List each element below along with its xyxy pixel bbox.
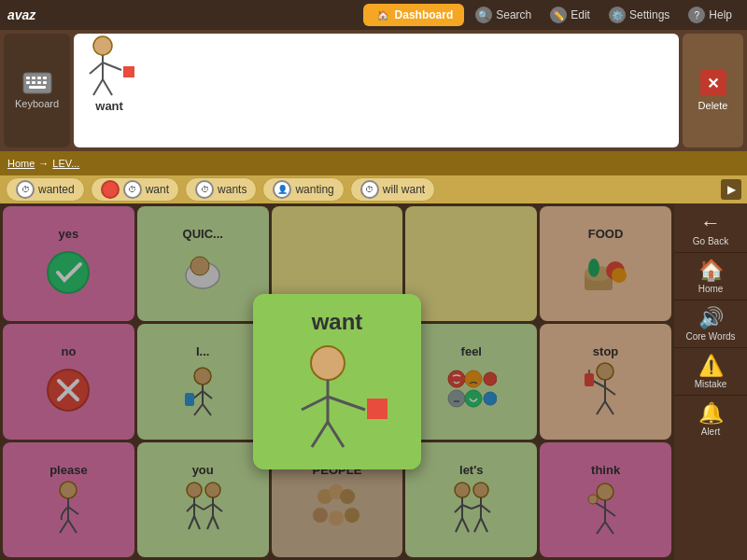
svg-rect-105 xyxy=(367,399,388,419)
keyboard-icon xyxy=(22,72,52,94)
output-word-want: want xyxy=(81,41,137,113)
svg-rect-16 xyxy=(123,66,134,77)
edit-label: Edit xyxy=(571,8,590,21)
conj-icon-want xyxy=(101,180,120,199)
svg-rect-3 xyxy=(37,77,41,79)
svg-rect-2 xyxy=(32,77,35,79)
settings-button[interactable]: ⚙️ Settings xyxy=(601,5,677,25)
right-sidebar: ← Go Back 🏠 Home 🔊 Core Words ⚠️ Mistake… xyxy=(674,203,747,560)
svg-rect-5 xyxy=(26,81,30,84)
alert-label: Alert xyxy=(701,427,721,437)
svg-line-13 xyxy=(103,63,121,70)
delete-button[interactable]: ✕ Delete xyxy=(683,34,743,147)
mistake-button[interactable]: ⚠️ Mistake xyxy=(674,350,747,396)
svg-line-12 xyxy=(90,63,103,74)
main-area: yes QUIC... FOOD xyxy=(0,203,747,560)
breadcrumb-home[interactable]: Home xyxy=(7,158,35,169)
svg-point-10 xyxy=(93,36,112,55)
breadcrumb-bar: Home → LEV... xyxy=(0,151,747,175)
conj-label-wanting: wanting xyxy=(295,183,333,196)
delete-x-icon: ✕ xyxy=(700,70,726,96)
conj-wanting[interactable]: 👤 wanting xyxy=(262,177,344,202)
topbar: avaz 🏠 Dashboard 🔍 Search ✏️ Edit ⚙️ Set… xyxy=(0,0,747,30)
svg-line-14 xyxy=(93,79,103,95)
svg-rect-9 xyxy=(29,86,46,89)
conj-icon-wanted: ⏱ xyxy=(16,180,35,199)
settings-icon: ⚙️ xyxy=(609,7,626,23)
search-button[interactable]: 🔍 Search xyxy=(468,5,539,25)
conj-label-wants: wants xyxy=(218,183,247,196)
home-icon: 🏠 xyxy=(698,260,724,281)
svg-line-15 xyxy=(103,79,112,95)
help-label: Help xyxy=(709,8,732,21)
conj-label-wanted: wanted xyxy=(38,183,75,196)
dashboard-icon: 🏠 xyxy=(374,7,391,23)
output-box: want xyxy=(74,34,679,147)
svg-rect-6 xyxy=(32,81,35,84)
conj-label-will-want: will want xyxy=(383,183,425,196)
help-icon: ? xyxy=(688,7,705,23)
search-icon: 🔍 xyxy=(475,7,492,23)
edit-icon: ✏️ xyxy=(550,7,567,23)
dashboard-label: Dashboard xyxy=(395,8,454,21)
nav-next-button[interactable]: ▶ xyxy=(721,179,741,200)
conj-label-want: want xyxy=(146,183,169,196)
output-area: Keyboard xyxy=(0,30,747,151)
conj-wants[interactable]: ⏱ wants xyxy=(185,177,257,202)
settings-label: Settings xyxy=(629,8,669,21)
svg-rect-4 xyxy=(43,77,47,79)
dashboard-button[interactable]: 🏠 Dashboard xyxy=(363,4,465,26)
svg-rect-8 xyxy=(43,81,47,84)
popup-overlay[interactable]: want xyxy=(0,203,674,560)
conj-icon-wanting: 👤 xyxy=(273,180,291,199)
svg-point-99 xyxy=(311,346,345,380)
svg-line-102 xyxy=(328,397,365,410)
go-back-icon: ← xyxy=(700,213,721,233)
alert-icon: 🔔 xyxy=(698,403,724,424)
keyboard-label: Keyboard xyxy=(15,98,59,109)
alert-button[interactable]: 🔔 Alert xyxy=(674,398,747,442)
edit-button[interactable]: ✏️ Edit xyxy=(543,5,598,25)
breadcrumb-level[interactable]: LEV... xyxy=(52,158,79,169)
home-button[interactable]: 🏠 Home xyxy=(674,255,747,301)
keyboard-button[interactable]: Keyboard xyxy=(4,34,70,147)
core-words-icon: 🔊 xyxy=(698,308,724,329)
svg-line-101 xyxy=(302,397,328,410)
popup-img xyxy=(281,343,393,455)
mistake-label: Mistake xyxy=(695,379,726,389)
conj-wanted[interactable]: ⏱ wanted xyxy=(6,177,85,202)
core-words-label: Core Words xyxy=(685,331,735,342)
go-back-label: Go Back xyxy=(693,236,728,246)
output-word-label: want xyxy=(95,99,123,113)
conj-want[interactable]: ⏱ want xyxy=(91,177,179,202)
topbar-right: 🏠 Dashboard 🔍 Search ✏️ Edit ⚙️ Settings… xyxy=(363,4,740,26)
help-button[interactable]: ? Help xyxy=(681,5,740,25)
svg-line-104 xyxy=(328,422,344,447)
conj-icon-will-want: ⏱ xyxy=(360,180,379,199)
core-words-button[interactable]: 🔊 Core Words xyxy=(674,302,747,348)
popup-label: want xyxy=(312,309,363,335)
conj-icon-want2: ⏱ xyxy=(123,180,142,199)
search-label: Search xyxy=(496,8,531,21)
output-word-img xyxy=(81,41,137,97)
svg-rect-1 xyxy=(26,77,30,79)
conj-icon-wants: ⏱ xyxy=(195,180,214,199)
svg-rect-7 xyxy=(37,81,41,84)
home-label: Home xyxy=(698,284,724,294)
go-back-button[interactable]: ← Go Back xyxy=(674,207,747,253)
svg-line-103 xyxy=(312,422,328,447)
mistake-icon: ⚠️ xyxy=(698,356,724,376)
popup-card: want xyxy=(253,294,421,469)
delete-label: Delete xyxy=(698,100,728,111)
conj-will-want[interactable]: ⏱ will want xyxy=(350,177,435,202)
conjugation-bar: ⏱ wanted ⏱ want ⏱ wants 👤 wanting ⏱ will… xyxy=(0,175,747,203)
breadcrumb-arrow: → xyxy=(38,158,49,169)
app-logo: avaz xyxy=(7,7,35,22)
grid-area: yes QUIC... FOOD xyxy=(0,203,674,560)
